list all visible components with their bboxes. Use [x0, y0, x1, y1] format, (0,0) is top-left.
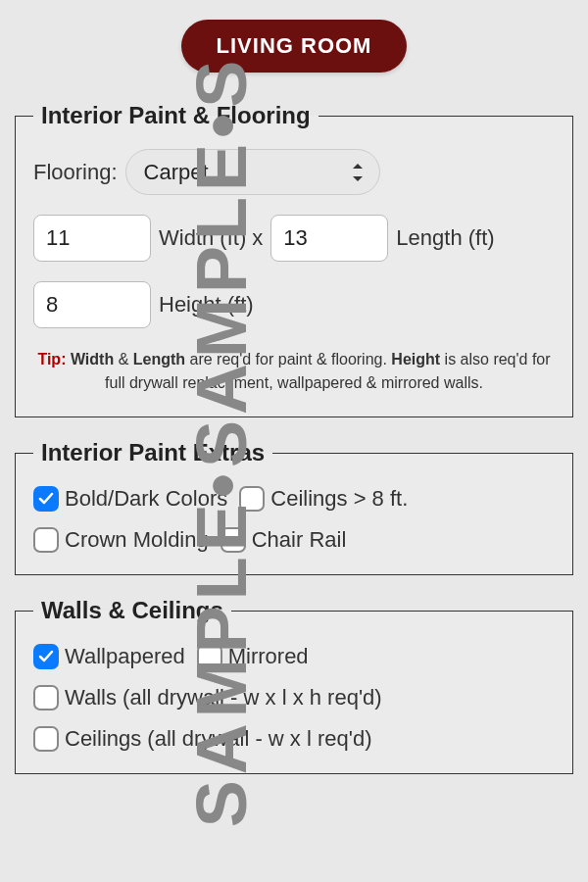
room-badge[interactable]: LIVING ROOM: [181, 20, 408, 73]
checkbox-label: Crown Molding: [65, 527, 209, 553]
checkbox-label: Walls (all drywall - w x l x h req'd): [65, 685, 382, 710]
check-icon: [197, 644, 222, 669]
checkbox-high-ceilings[interactable]: Ceilings > 8 ft.: [239, 486, 408, 512]
height-label: Height (ft): [159, 292, 254, 318]
check-icon: [33, 527, 59, 553]
checkbox-label: Bold/Dark Colors: [65, 486, 227, 512]
checkbox-ceilings-drywall[interactable]: Ceilings (all drywall - w x l req'd): [33, 726, 372, 752]
section-walls-ceilings: Walls & Ceilings Wallpapered Mirrored Wa…: [15, 597, 573, 774]
check-icon: [33, 685, 59, 710]
checkbox-label: Ceilings (all drywall - w x l req'd): [65, 726, 372, 752]
checkbox-label: Wallpapered: [65, 644, 185, 669]
width-input[interactable]: [33, 215, 151, 262]
width-label: Width (ft) x: [159, 225, 263, 251]
check-icon: [239, 486, 265, 512]
legend-paint-extras: Interior Paint Extras: [33, 439, 272, 466]
checkbox-label: Ceilings > 8 ft.: [270, 486, 408, 512]
flooring-label: Flooring:: [33, 160, 118, 185]
tip-text: Tip: Width & Length are req'd for paint …: [33, 348, 555, 395]
checkbox-wallpapered[interactable]: Wallpapered: [33, 644, 185, 669]
checkbox-mirrored[interactable]: Mirrored: [197, 644, 309, 669]
section-paint-extras: Interior Paint Extras Bold/Dark Colors C…: [15, 439, 573, 575]
section-paint-flooring: Interior Paint & Flooring Flooring: Carp…: [15, 102, 573, 417]
length-input[interactable]: [270, 215, 388, 262]
check-icon: [33, 644, 59, 669]
legend-paint-flooring: Interior Paint & Flooring: [33, 102, 318, 129]
checkbox-walls-drywall[interactable]: Walls (all drywall - w x l x h req'd): [33, 685, 382, 710]
checkbox-bold-dark[interactable]: Bold/Dark Colors: [33, 486, 227, 512]
checkbox-chair-rail[interactable]: Chair Rail: [220, 527, 347, 553]
checkbox-crown-molding[interactable]: Crown Molding: [33, 527, 209, 553]
flooring-select[interactable]: Carpet: [125, 149, 380, 195]
check-icon: [33, 726, 59, 752]
check-icon: [220, 527, 246, 553]
checkbox-label: Chair Rail: [252, 527, 347, 553]
height-input[interactable]: [33, 281, 151, 328]
length-label: Length (ft): [396, 225, 494, 251]
legend-walls-ceilings: Walls & Ceilings: [33, 597, 231, 624]
check-icon: [33, 486, 59, 512]
checkbox-label: Mirrored: [228, 644, 309, 669]
